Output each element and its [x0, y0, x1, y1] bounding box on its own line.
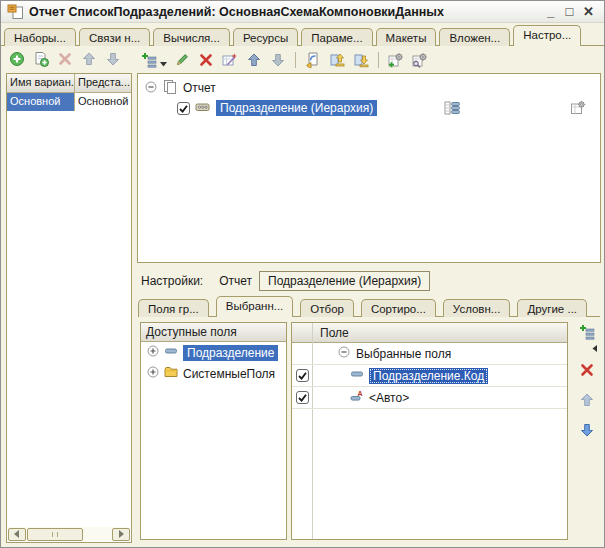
settings-gear-view-button[interactable] — [411, 51, 429, 69]
report-window-icon — [7, 4, 24, 20]
tab-svyazi-naborov[interactable]: Связи н... — [79, 28, 150, 46]
delete-field-button[interactable] — [578, 361, 596, 379]
move-field-up-button[interactable] — [578, 391, 596, 409]
selected-fields-toolbar — [573, 323, 601, 443]
settings-breadcrumb-row: Настройки: Отчет Подразделение (Иерархия… — [141, 270, 430, 292]
collapse-expander-icon[interactable] — [338, 346, 350, 361]
copy-variant-button[interactable] — [32, 50, 50, 68]
selected-fields-group-row[interactable]: Выбранные поля — [292, 343, 567, 365]
column-header-variant-presentation[interactable]: Предста... — [75, 74, 131, 92]
available-fields-panel: Доступные поля Подразделение СистемныеПо… — [140, 322, 287, 540]
variants-table-header: Имя вариан... Предста... — [7, 74, 131, 93]
variants-toolbar — [8, 50, 122, 68]
tab-vybrannye-polya[interactable]: Выбранн... — [216, 296, 294, 317]
tab-vychislyaemye-polya[interactable]: Вычисля... — [153, 28, 230, 46]
available-field-label[interactable]: СистемныеПоля — [183, 367, 275, 381]
report-node-label[interactable]: Отчет — [183, 81, 216, 95]
settings-gear-plus-button[interactable] — [387, 51, 405, 69]
group-node-label[interactable]: Подразделение (Иерархия) — [216, 100, 377, 116]
close-button[interactable]: ✕ — [579, 4, 598, 19]
settings-label: Настройки: — [141, 274, 203, 288]
field-column-header[interactable]: Поле — [312, 326, 349, 340]
field-checkbox[interactable] — [296, 369, 309, 382]
report-designer-window: Отчет СписокПодразделений: ОсновнаяСхема… — [0, 0, 605, 548]
window-title: Отчет СписокПодразделений: ОсновнаяСхема… — [29, 5, 541, 19]
available-field-row[interactable]: Подразделение — [141, 342, 286, 363]
scroll-left-icon[interactable] — [8, 528, 26, 541]
tab-nastroyki[interactable]: Настро... — [513, 25, 581, 46]
add-group-button[interactable] — [140, 51, 158, 69]
move-field-down-button[interactable] — [578, 421, 596, 439]
tab-makety[interactable]: Макеты — [376, 28, 437, 46]
column-header-variant-name[interactable]: Имя вариан... — [7, 74, 75, 92]
variants-hscrollbar[interactable] — [8, 527, 130, 541]
available-field-label[interactable]: Подразделение — [183, 345, 278, 361]
collapse-expander-icon[interactable] — [145, 81, 157, 96]
tab-drugie-nastroyki[interactable]: Другие ... — [517, 299, 587, 317]
breadcrumb-report[interactable]: Отчет — [219, 274, 252, 288]
checkbox-column-header — [292, 323, 312, 342]
scroll-thumb[interactable] — [27, 528, 83, 541]
tab-uslovnoe-oformlenie[interactable]: Условн... — [443, 299, 511, 317]
tab-sortirovka[interactable]: Сортиро... — [361, 299, 436, 317]
move-variant-up-button[interactable] — [80, 50, 98, 68]
titlebar: Отчет СписокПодразделений: ОсновнаяСхема… — [1, 1, 604, 23]
available-fields-header: Доступные поля — [141, 323, 286, 342]
open-settings-button[interactable] — [304, 51, 322, 69]
tab-polya-gruppirovki[interactable]: Поля гр... — [138, 299, 209, 317]
edit-group-button[interactable] — [173, 51, 191, 69]
selected-field-row[interactable]: Подразделение.Код — [292, 365, 567, 387]
add-field-dropdown-icon[interactable] — [592, 341, 597, 355]
load-settings-button[interactable] — [328, 51, 346, 69]
available-field-row[interactable]: СистемныеПоля — [141, 363, 286, 384]
maximize-button[interactable]: □ — [560, 4, 579, 19]
expand-expander-icon[interactable] — [147, 366, 159, 381]
auto-field-icon: A — [350, 389, 364, 406]
group-fields-icon — [444, 100, 460, 119]
breadcrumb-group[interactable]: Подразделение (Иерархия) — [259, 271, 430, 291]
tab-parametry[interactable]: Параме... — [301, 28, 372, 46]
tab-resursy[interactable]: Ресурсы — [233, 28, 298, 46]
selected-field-label[interactable]: <Авто> — [369, 391, 409, 405]
folder-icon — [164, 365, 178, 382]
structure-toolbar — [140, 50, 429, 70]
settings-tabbar: Поля гр... Выбранн... Отбор Сортиро... У… — [138, 294, 600, 317]
report-node-icon — [162, 79, 178, 98]
add-field-button[interactable] — [578, 323, 596, 341]
report-node-row[interactable]: Отчет — [138, 78, 600, 98]
selected-field-label[interactable]: Подразделение.Код — [369, 368, 488, 384]
variants-table: Имя вариан... Предста... Основной Основн… — [6, 73, 132, 543]
svg-text:A: A — [358, 390, 363, 397]
field-checkbox[interactable] — [296, 391, 309, 404]
selected-fields-group-label[interactable]: Выбранные поля — [356, 347, 451, 361]
delete-variant-button[interactable] — [56, 50, 74, 68]
main-tabbar: Наборы... Связи н... Вычисля... Ресурсы … — [1, 24, 604, 46]
add-group-dropdown-icon[interactable] — [160, 56, 167, 70]
move-group-up-button[interactable] — [245, 51, 263, 69]
group-node-row[interactable]: Подразделение (Иерархия) — [138, 98, 600, 118]
selected-fields-header: Поле — [292, 323, 567, 343]
scroll-right-icon[interactable] — [112, 528, 130, 541]
variant-name-cell[interactable]: Основной — [7, 93, 75, 111]
field-icon — [350, 367, 364, 384]
move-variant-down-button[interactable] — [104, 50, 122, 68]
variant-row[interactable]: Основной Основной — [7, 93, 131, 111]
toolbar-separator — [378, 52, 379, 68]
group-checkbox[interactable] — [177, 102, 190, 115]
selected-field-row[interactable]: A <Авто> — [292, 387, 567, 409]
delete-group-button[interactable] — [197, 51, 215, 69]
selected-fields-panel: Поле Выбранные поля Подразделение.К — [291, 322, 568, 540]
variant-presentation-cell[interactable]: Основной — [75, 93, 131, 111]
save-settings-button[interactable] — [352, 51, 370, 69]
structure-tree: Отчет Подразделение (Иерархия) — [137, 73, 601, 263]
tab-vlozhennye-shemy[interactable]: Вложен... — [439, 28, 510, 46]
move-group-down-button[interactable] — [269, 51, 287, 69]
toolbar-separator — [295, 52, 296, 68]
tab-otbor[interactable]: Отбор — [300, 299, 354, 317]
tab-nabory-dannyh[interactable]: Наборы... — [4, 28, 76, 46]
group-settings-icon — [570, 100, 586, 119]
add-variant-button[interactable] — [8, 50, 26, 68]
settings-wizard-button[interactable] — [221, 51, 239, 69]
expand-expander-icon[interactable] — [147, 345, 159, 360]
minimize-button[interactable]: _ — [541, 4, 560, 19]
